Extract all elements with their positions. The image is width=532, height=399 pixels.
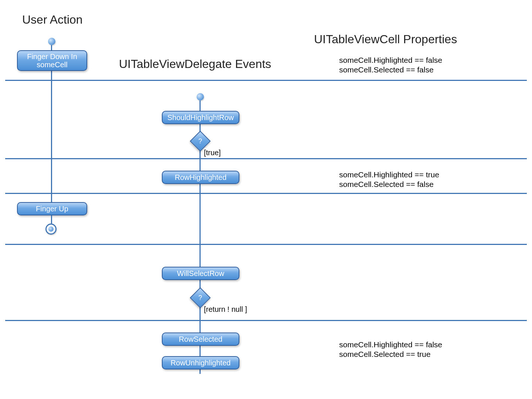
node-row-unhighlighted: RowUnhighlighted [162, 356, 239, 369]
cell-state-1-line-a: someCell.Highlighted == false [339, 56, 442, 64]
cell-state-3-line-b: someCell.Selected == true [339, 350, 430, 358]
decision-2-guard: [return ! null ] [204, 305, 247, 314]
end-dot-user [45, 224, 57, 235]
node-should-highlight-label: ShouldHighlightRow [167, 113, 234, 122]
node-row-selected-label: RowSelected [179, 335, 222, 343]
lane-rule-1 [5, 80, 527, 81]
start-dot-delegate [197, 93, 204, 100]
node-finger-down-label: Finger Down In someCell [21, 52, 83, 69]
cell-state-2-line-b: someCell.Selected == false [339, 180, 434, 188]
cell-state-3-line-a: someCell.Highlighted == false [339, 340, 442, 349]
cell-state-3: someCell.Highlighted == false someCell.S… [339, 340, 442, 359]
heading-user-action: User Action [22, 13, 83, 27]
node-should-highlight: ShouldHighlightRow [162, 111, 239, 124]
node-row-unhighlighted-label: RowUnhighlighted [171, 359, 231, 367]
lane-rule-4 [5, 244, 527, 245]
decision-1-label: ? [198, 137, 202, 145]
node-row-highlighted-label: RowHighlighted [175, 173, 226, 181]
node-finger-up: Finger Up [17, 202, 87, 215]
node-row-highlighted: RowHighlighted [162, 171, 239, 184]
node-will-select-label: WillSelectRow [177, 269, 224, 277]
node-finger-up-label: Finger Up [36, 205, 68, 213]
cell-state-2-line-a: someCell.Highlighted == true [339, 170, 439, 179]
node-row-selected: RowSelected [162, 332, 239, 346]
decision-2-label: ? [198, 294, 202, 302]
cell-state-1: someCell.Highlighted == false someCell.S… [339, 55, 442, 75]
lane-rule-3 [5, 193, 527, 194]
lane-rule-5 [5, 320, 527, 321]
start-dot-user [48, 38, 55, 45]
heading-cell-props: UITableViewCell Properties [314, 33, 457, 46]
diagram-canvas: User Action UITableViewDelegate Events U… [0, 0, 532, 399]
cell-state-1-line-b: someCell.Selected == false [339, 65, 434, 74]
cell-state-2: someCell.Highlighted == true someCell.Se… [339, 170, 439, 190]
lane-rule-2 [5, 158, 527, 159]
decision-1-guard: [true] [204, 149, 221, 157]
heading-delegate-events: UITableViewDelegate Events [119, 57, 271, 71]
node-finger-down: Finger Down In someCell [17, 50, 87, 71]
node-will-select: WillSelectRow [162, 267, 239, 280]
flowline-user-end [51, 215, 52, 224]
